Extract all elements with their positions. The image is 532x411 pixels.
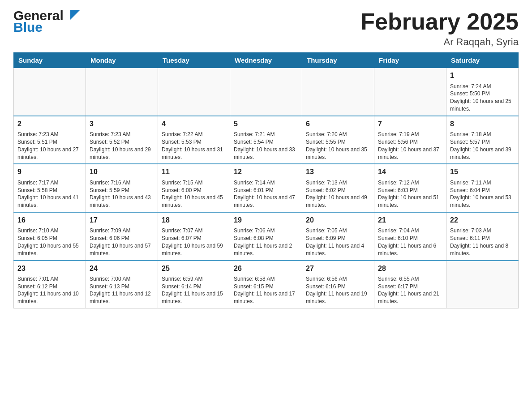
calendar-cell — [302, 68, 374, 116]
calendar-cell: 27Sunrise: 6:56 AMSunset: 6:16 PMDayligh… — [302, 261, 374, 308]
day-number: 23 — [17, 264, 82, 274]
day-info: Sunrise: 7:22 AMSunset: 5:53 PMDaylight:… — [162, 131, 226, 161]
calendar-week-row-2: 2Sunrise: 7:23 AMSunset: 5:51 PMDaylight… — [14, 116, 519, 164]
header-wednesday: Wednesday — [230, 53, 302, 68]
day-number: 7 — [378, 119, 442, 129]
calendar-cell: 9Sunrise: 7:17 AMSunset: 5:58 PMDaylight… — [14, 164, 86, 212]
calendar-cell: 18Sunrise: 7:07 AMSunset: 6:07 PMDayligh… — [158, 212, 230, 261]
day-info: Sunrise: 6:58 AMSunset: 6:15 PMDaylight:… — [234, 275, 298, 305]
calendar-cell: 19Sunrise: 7:06 AMSunset: 6:08 PMDayligh… — [230, 212, 302, 261]
calendar-cell — [86, 68, 158, 116]
day-number: 18 — [162, 215, 226, 225]
header-thursday: Thursday — [302, 53, 374, 68]
calendar-cell — [374, 68, 446, 116]
day-info: Sunrise: 7:19 AMSunset: 5:56 PMDaylight:… — [378, 131, 442, 161]
day-info: Sunrise: 6:56 AMSunset: 6:16 PMDaylight:… — [306, 275, 370, 305]
day-info: Sunrise: 7:24 AMSunset: 5:50 PMDaylight:… — [450, 83, 515, 113]
day-info: Sunrise: 7:10 AMSunset: 6:05 PMDaylight:… — [17, 227, 82, 257]
day-info: Sunrise: 7:18 AMSunset: 5:57 PMDaylight:… — [450, 131, 515, 161]
day-info: Sunrise: 7:17 AMSunset: 5:58 PMDaylight:… — [17, 179, 82, 209]
day-number: 28 — [378, 264, 442, 274]
day-info: Sunrise: 7:15 AMSunset: 6:00 PMDaylight:… — [162, 179, 226, 209]
day-info: Sunrise: 6:55 AMSunset: 6:17 PMDaylight:… — [378, 275, 442, 305]
calendar-cell: 24Sunrise: 7:00 AMSunset: 6:13 PMDayligh… — [86, 261, 158, 308]
day-number: 16 — [17, 215, 82, 225]
calendar-cell: 12Sunrise: 7:14 AMSunset: 6:01 PMDayligh… — [230, 164, 302, 212]
day-number: 2 — [17, 119, 82, 129]
day-info: Sunrise: 7:04 AMSunset: 6:10 PMDaylight:… — [378, 227, 442, 257]
calendar-cell — [230, 68, 302, 116]
day-number: 14 — [378, 167, 442, 177]
calendar-cell: 10Sunrise: 7:16 AMSunset: 5:59 PMDayligh… — [86, 164, 158, 212]
calendar-cell: 3Sunrise: 7:23 AMSunset: 5:52 PMDaylight… — [86, 116, 158, 164]
day-info: Sunrise: 7:14 AMSunset: 6:01 PMDaylight:… — [234, 179, 298, 209]
day-info: Sunrise: 7:00 AMSunset: 6:13 PMDaylight:… — [90, 275, 154, 305]
day-info: Sunrise: 7:21 AMSunset: 5:54 PMDaylight:… — [234, 131, 298, 161]
calendar-cell: 1Sunrise: 7:24 AMSunset: 5:50 PMDaylight… — [446, 68, 519, 116]
calendar-cell — [158, 68, 230, 116]
calendar-cell: 13Sunrise: 7:13 AMSunset: 6:02 PMDayligh… — [302, 164, 374, 212]
day-number: 22 — [450, 215, 515, 225]
calendar-cell: 6Sunrise: 7:20 AMSunset: 5:55 PMDaylight… — [302, 116, 374, 164]
calendar-cell: 28Sunrise: 6:55 AMSunset: 6:17 PMDayligh… — [374, 261, 446, 308]
day-info: Sunrise: 7:16 AMSunset: 5:59 PMDaylight:… — [90, 179, 154, 209]
calendar-cell: 26Sunrise: 6:58 AMSunset: 6:15 PMDayligh… — [230, 261, 302, 308]
day-info: Sunrise: 7:07 AMSunset: 6:07 PMDaylight:… — [162, 227, 226, 257]
logo-flag-icon — [70, 10, 80, 20]
calendar-table: Sunday Monday Tuesday Wednesday Thursday… — [13, 52, 519, 308]
day-number: 10 — [90, 167, 154, 177]
calendar-cell: 23Sunrise: 7:01 AMSunset: 6:12 PMDayligh… — [14, 261, 86, 308]
calendar-cell: 21Sunrise: 7:04 AMSunset: 6:10 PMDayligh… — [374, 212, 446, 261]
header: General Blue February 2025 Ar Raqqah, Sy… — [13, 9, 519, 48]
calendar-week-row-4: 16Sunrise: 7:10 AMSunset: 6:05 PMDayligh… — [14, 212, 519, 261]
day-number: 4 — [162, 119, 226, 129]
day-number: 25 — [162, 264, 226, 274]
calendar-cell: 22Sunrise: 7:03 AMSunset: 6:11 PMDayligh… — [446, 212, 519, 261]
month-title: February 2025 — [360, 9, 519, 34]
day-info: Sunrise: 7:23 AMSunset: 5:52 PMDaylight:… — [90, 131, 154, 161]
day-number: 6 — [306, 119, 370, 129]
day-number: 20 — [306, 215, 370, 225]
calendar-week-row-5: 23Sunrise: 7:01 AMSunset: 6:12 PMDayligh… — [14, 261, 519, 308]
header-monday: Monday — [86, 53, 158, 68]
calendar-cell: 15Sunrise: 7:11 AMSunset: 6:04 PMDayligh… — [446, 164, 519, 212]
header-friday: Friday — [374, 53, 446, 68]
day-number: 9 — [17, 167, 82, 177]
calendar-cell: 4Sunrise: 7:22 AMSunset: 5:53 PMDaylight… — [158, 116, 230, 164]
calendar-cell: 7Sunrise: 7:19 AMSunset: 5:56 PMDaylight… — [374, 116, 446, 164]
weekday-header-row: Sunday Monday Tuesday Wednesday Thursday… — [14, 53, 519, 68]
day-number: 12 — [234, 167, 298, 177]
calendar-cell — [14, 68, 86, 116]
calendar-cell: 20Sunrise: 7:05 AMSunset: 6:09 PMDayligh… — [302, 212, 374, 261]
day-number: 17 — [90, 215, 154, 225]
day-info: Sunrise: 7:13 AMSunset: 6:02 PMDaylight:… — [306, 179, 370, 209]
header-saturday: Saturday — [446, 53, 519, 68]
day-info: Sunrise: 7:01 AMSunset: 6:12 PMDaylight:… — [17, 275, 82, 305]
day-info: Sunrise: 7:23 AMSunset: 5:51 PMDaylight:… — [17, 131, 82, 161]
calendar-cell: 25Sunrise: 6:59 AMSunset: 6:14 PMDayligh… — [158, 261, 230, 308]
day-number: 26 — [234, 264, 298, 274]
day-number: 3 — [90, 119, 154, 129]
calendar-cell: 14Sunrise: 7:12 AMSunset: 6:03 PMDayligh… — [374, 164, 446, 212]
day-number: 1 — [450, 71, 515, 81]
day-number: 5 — [234, 119, 298, 129]
svg-marker-0 — [70, 10, 80, 20]
location-title: Ar Raqqah, Syria — [360, 36, 519, 48]
calendar-week-row-1: 1Sunrise: 7:24 AMSunset: 5:50 PMDaylight… — [14, 68, 519, 116]
calendar-cell — [446, 261, 519, 308]
calendar-cell: 16Sunrise: 7:10 AMSunset: 6:05 PMDayligh… — [14, 212, 86, 261]
logo-blue-text: Blue — [13, 21, 43, 34]
title-area: February 2025 Ar Raqqah, Syria — [360, 9, 519, 48]
day-info: Sunrise: 7:03 AMSunset: 6:11 PMDaylight:… — [450, 227, 515, 257]
day-info: Sunrise: 7:12 AMSunset: 6:03 PMDaylight:… — [378, 179, 442, 209]
header-tuesday: Tuesday — [158, 53, 230, 68]
day-number: 21 — [378, 215, 442, 225]
day-number: 19 — [234, 215, 298, 225]
day-number: 8 — [450, 119, 515, 129]
logo: General Blue — [13, 9, 70, 34]
calendar-cell: 2Sunrise: 7:23 AMSunset: 5:51 PMDaylight… — [14, 116, 86, 164]
day-info: Sunrise: 7:05 AMSunset: 6:09 PMDaylight:… — [306, 227, 370, 257]
calendar-cell: 17Sunrise: 7:09 AMSunset: 6:06 PMDayligh… — [86, 212, 158, 261]
calendar-cell: 8Sunrise: 7:18 AMSunset: 5:57 PMDaylight… — [446, 116, 519, 164]
day-number: 13 — [306, 167, 370, 177]
